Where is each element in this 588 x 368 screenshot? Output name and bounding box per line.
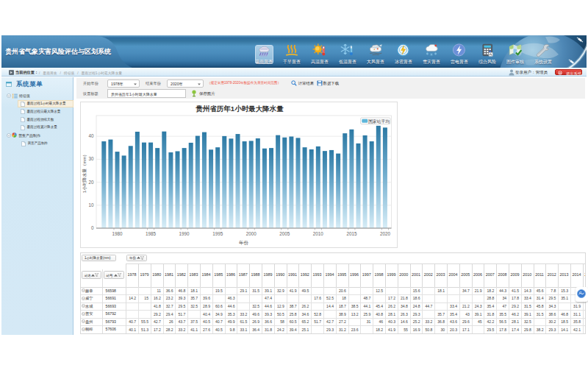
svg-text:2020: 2020 xyxy=(379,231,390,236)
svg-text:贵州省历年1小时最大降水量: 贵州省历年1小时最大降水量 xyxy=(196,105,284,113)
svg-text:国家站平均: 国家站平均 xyxy=(368,118,390,124)
svg-text:0: 0 xyxy=(90,225,93,230)
svg-text:2010: 2010 xyxy=(312,231,323,236)
svg-text:1995: 1995 xyxy=(212,231,223,236)
svg-text:1990: 1990 xyxy=(179,231,190,236)
svg-text:40: 40 xyxy=(88,133,94,138)
svg-text:1980: 1980 xyxy=(112,231,123,236)
svg-text:1985: 1985 xyxy=(146,231,157,236)
svg-text:年份: 年份 xyxy=(239,240,249,246)
svg-text:2015: 2015 xyxy=(346,231,357,236)
svg-text:2000: 2000 xyxy=(245,231,257,236)
svg-text:20: 20 xyxy=(88,180,94,185)
svg-text:1小时降水量（mm）: 1小时降水量（mm） xyxy=(82,152,87,193)
svg-text:2005: 2005 xyxy=(279,231,290,236)
svg-text:30: 30 xyxy=(88,156,94,161)
svg-text:10: 10 xyxy=(88,202,94,208)
